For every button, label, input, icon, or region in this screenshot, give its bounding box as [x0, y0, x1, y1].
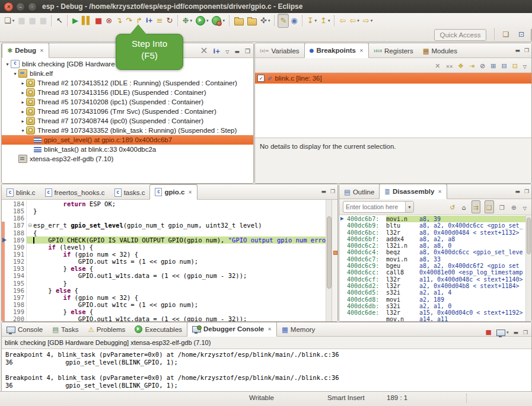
profile-dropdown-icon[interactable]: ▾ — [222, 14, 225, 27]
remove-breakpoint-button[interactable]: ✕ — [435, 60, 440, 71]
minimize-view-icon[interactable]: ▬ — [515, 47, 520, 53]
debug-tree-row[interactable]: ▸Thread #5 1073410208 (ipc1) (Suspended … — [2, 97, 253, 107]
new-disassembly-view-button[interactable]: ❐ — [498, 201, 506, 213]
display-selected-console-icon[interactable]: ▾ — [496, 329, 509, 336]
sync-active-context-button[interactable]: ⇉ — [472, 200, 480, 213]
show-breakpoints-supported-button[interactable]: ❖ — [458, 60, 464, 71]
location-input[interactable] — [343, 203, 405, 210]
close-tab-icon[interactable]: ✕ — [188, 190, 192, 195]
quick-access-button[interactable]: Quick Access — [434, 29, 486, 41]
tab-outline[interactable]: ▤Outline — [339, 185, 379, 199]
tab-registers[interactable]: 1010Registers — [369, 44, 418, 57]
minimize-window-icon[interactable]: – — [16, 2, 25, 11]
back-button[interactable]: ⇦▾ — [348, 14, 361, 27]
tab-problems[interactable]: ⚠Problems — [83, 322, 130, 336]
debug-tree-row-selected[interactable]: gpio_set_level() at gpio.c:189 0x400dc6b… — [2, 135, 253, 145]
code-editor[interactable]: 184 return ESP_OK;185}186187⊖esp_err_t g… — [2, 200, 337, 322]
next-annotation-button[interactable]: ↧▾ — [305, 14, 318, 27]
skip-all-breakpoints-button[interactable]: ⊘ — [480, 60, 485, 71]
remove-all-breakpoints-button[interactable]: ✕✕ — [445, 60, 452, 71]
back-dropdown-icon[interactable]: ▾ — [357, 14, 359, 27]
block-selection-button[interactable]: ◉ — [289, 14, 299, 27]
step-into-button[interactable]: ↴ — [114, 14, 124, 27]
search-button[interactable]: ✜▾ — [259, 14, 272, 27]
console-output[interactable]: Breakpoint 4, blink_task (pvParameter=0x… — [2, 349, 531, 392]
maximize-view-icon[interactable]: ❐ — [523, 330, 528, 335]
new-wizard-dropdown-icon[interactable]: ▾ — [12, 14, 15, 27]
maximize-view-icon[interactable]: ❐ — [524, 188, 529, 194]
debug-button[interactable]: ❉▾ — [181, 14, 194, 27]
terminate-button[interactable]: ■ — [93, 14, 104, 27]
editor-tab-tasks-c[interactable]: ctasks.c — [110, 186, 150, 199]
debug-tree-row[interactable]: ▸Thread #3 1073413156 (IDLE) (Suspended … — [2, 88, 253, 97]
editor-tab-gpio-c[interactable]: cgpio.c✕ — [149, 184, 197, 200]
previous-annotation-dropdown-icon[interactable]: ▾ — [328, 14, 330, 27]
tree-expander-icon[interactable]: ▾ — [4, 62, 11, 67]
tab-breakpoints[interactable]: ●Breakpoints✕ — [304, 43, 369, 58]
disassembly-body[interactable]: 400dc6b7:movi.na8, 39400dc6b9:bltua8, a2… — [339, 215, 531, 322]
next-annotation-dropdown-icon[interactable]: ▾ — [315, 14, 317, 27]
home-button[interactable]: ⌂ — [461, 201, 467, 213]
scrollbar-thumb[interactable] — [327, 216, 332, 289]
debug-tree-row[interactable]: xtensa-esp32-elf-gdb (7.10) — [2, 154, 253, 164]
open-new-view-button[interactable]: ⊕ — [510, 201, 518, 213]
tree-expander-icon[interactable]: ▸ — [20, 90, 26, 95]
run-dropdown-icon[interactable]: ▾ — [206, 14, 209, 27]
tab-console[interactable]: Console — [2, 322, 47, 336]
open-element-button[interactable] — [232, 14, 246, 27]
mark-occurrences-button[interactable]: ✎ — [278, 14, 289, 28]
tab-debug[interactable]: ✱ Debug ✕ — [2, 43, 49, 58]
debug-tree-row[interactable]: blink_task() at blink.c:33 0x400dbc2a — [2, 145, 253, 154]
fold-marker-icon[interactable]: ⊖ — [26, 222, 33, 229]
close-tab-icon[interactable]: ✕ — [359, 48, 364, 53]
tab-debugger-console[interactable]: Debugger Console✕ — [187, 322, 277, 337]
scrollbar-thumb[interactable] — [527, 218, 531, 254]
minimize-button[interactable]: ▬ — [235, 45, 240, 56]
maximize-button[interactable]: ❐ — [245, 45, 250, 56]
tab-executables[interactable]: Executables — [130, 322, 187, 336]
editor-tab-freertos-hooks-c[interactable]: cfreertos_hooks.c — [40, 186, 110, 199]
debug-tree-row[interactable]: ▸Thread #6 1073431096 (Tmr Svc) (Suspend… — [2, 107, 253, 116]
editor-tab-blink-c[interactable]: cblink.c — [2, 186, 40, 199]
go-to-file-for-breakpoint-button[interactable]: ⇥ — [469, 60, 474, 71]
profile-button[interactable]: ▾ — [210, 14, 227, 27]
maximize-view-icon[interactable]: ❐ — [330, 188, 335, 194]
run-button[interactable]: ▾ — [194, 14, 211, 27]
link-with-debug-button[interactable]: ⊡ — [512, 60, 518, 71]
debug-dropdown-icon[interactable]: ▾ — [190, 14, 192, 27]
debug-tree-row[interactable]: ▸Thread #2 1073413512 (IDLE : Running) (… — [2, 78, 253, 88]
forward-dropdown-icon[interactable]: ▾ — [371, 14, 373, 27]
breakpoint-checkbox[interactable]: ✓ — [257, 75, 265, 82]
use-step-filters-button[interactable]: ≡ — [155, 14, 165, 27]
resume-button[interactable]: ▶ — [71, 14, 80, 27]
track-expression-button[interactable]: ❏ — [485, 200, 494, 213]
view-menu-button[interactable]: ▽ — [523, 60, 527, 71]
close-tab-icon[interactable]: ✕ — [267, 327, 272, 332]
minimize-view-icon[interactable]: ▬ — [515, 188, 520, 194]
maximize-view-icon[interactable]: ❐ — [524, 47, 529, 53]
maximize-window-icon[interactable]: ▫ — [28, 2, 37, 11]
annotation-marker[interactable] — [333, 251, 337, 255]
view-menu-button[interactable]: ▽ — [522, 201, 528, 213]
tree-expander-icon[interactable]: ▾ — [12, 71, 18, 76]
tree-expander-icon[interactable]: ▸ — [20, 100, 26, 105]
breakpoint-row[interactable]: ✓✐blink.c [line: 36] — [255, 73, 531, 84]
tab-variables[interactable]: (x)=Variables — [255, 44, 304, 57]
tree-expander-icon[interactable]: ▸ — [20, 109, 26, 114]
open-resource-button[interactable] — [246, 14, 259, 27]
instruction-stepping-button[interactable]: i+ — [214, 45, 221, 56]
collapse-all-button[interactable]: ⊟ — [501, 60, 506, 71]
disassembly-scrollbar[interactable] — [525, 215, 531, 322]
search-dropdown-icon[interactable]: ▾ — [268, 14, 270, 27]
minimize-view-icon[interactable]: ▬ — [513, 330, 518, 335]
tab-disassembly[interactable]: ≣Disassembly✕ — [379, 184, 447, 199]
select-pointer-button[interactable]: ↖ — [55, 14, 65, 27]
minimize-view-icon[interactable]: ▬ — [321, 188, 326, 194]
refresh-button[interactable]: ↺ — [448, 201, 456, 213]
tab-modules[interactable]: ▦Modules — [418, 44, 462, 57]
tree-expander-icon[interactable]: ▸ — [20, 81, 26, 86]
debug-tree-row[interactable]: ▾blink.elf — [2, 69, 253, 78]
tree-expander-icon[interactable]: ▸ — [20, 119, 26, 124]
restart-button[interactable]: ↻ — [165, 14, 175, 27]
close-tab-icon[interactable]: ✕ — [40, 48, 44, 53]
